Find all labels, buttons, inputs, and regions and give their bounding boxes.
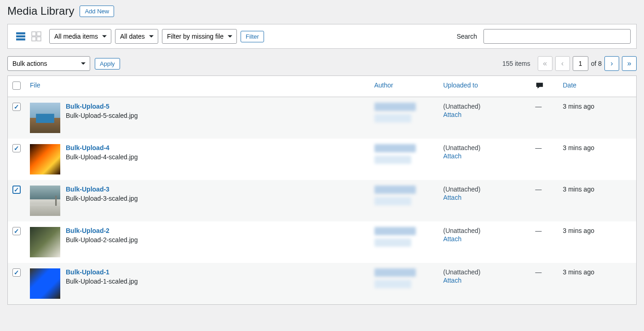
table-row: Bulk-Upload-4Bulk-Upload-4-scaled.jpg(Un… [8,139,637,180]
comments-dash: — [535,268,542,276]
svg-rect-6 [37,37,41,41]
media-thumbnail[interactable] [30,103,60,133]
column-author[interactable]: Author [370,76,439,97]
search-input[interactable] [483,29,631,44]
media-title-link[interactable]: Bulk-Upload-3 [66,186,138,193]
pager-next-button[interactable]: › [604,56,619,71]
media-filename: Bulk-Upload-4-scaled.jpg [66,153,138,161]
comments-dash: — [535,227,542,234]
svg-rect-5 [32,37,36,41]
list-view-icon [16,31,26,41]
media-thumbnail[interactable] [30,186,60,216]
media-filename: Bulk-Upload-5-scaled.jpg [66,112,138,119]
author-redacted [374,238,411,247]
column-comments[interactable] [531,76,558,97]
attach-link[interactable]: Attach [443,194,526,201]
column-uploaded-to[interactable]: Uploaded to [439,76,531,97]
media-title-link[interactable]: Bulk-Upload-2 [66,227,138,234]
pager-current-input[interactable] [573,56,588,71]
search-label: Search [457,33,477,40]
media-type-select[interactable]: All media items [49,29,111,44]
svg-rect-3 [32,32,36,36]
svg-rect-9 [30,144,60,174]
attach-link[interactable]: Attach [443,152,526,160]
uploaded-to-status: (Unattached) [443,103,526,110]
media-filename: Bulk-Upload-3-scaled.jpg [66,195,138,202]
media-thumbnail[interactable] [30,268,60,299]
attach-link[interactable]: Attach [443,277,526,284]
view-grid-button[interactable] [29,29,44,44]
uploaded-to-status: (Unattached) [443,227,526,234]
column-file[interactable]: File [25,76,370,97]
select-all-checkbox[interactable] [12,81,21,90]
svg-rect-14 [30,268,60,299]
table-row: Bulk-Upload-1Bulk-Upload-1-scaled.jpg(Un… [8,263,637,305]
date-cell: 3 mins ago [558,97,637,139]
author-redacted [374,103,416,111]
bulk-actions-select[interactable]: Bulk actions [7,56,90,71]
media-title-link[interactable]: Bulk-Upload-4 [66,144,138,151]
media-filename: Bulk-Upload-1-scaled.jpg [66,278,138,285]
author-redacted [374,186,416,194]
author-redacted [374,280,411,288]
svg-rect-13 [30,227,60,257]
filter-toolbar: All media items All dates Filter by miss… [7,24,637,49]
svg-rect-12 [55,196,57,206]
table-row: Bulk-Upload-2Bulk-Upload-2-scaled.jpg(Un… [8,221,637,263]
view-list-button[interactable] [13,29,28,44]
author-redacted [374,156,411,164]
media-title-link[interactable]: Bulk-Upload-5 [66,103,138,110]
pager-of-text: of 8 [591,60,602,67]
filter-button[interactable]: Filter [241,31,264,42]
pager-last-button[interactable]: » [622,56,637,71]
table-row: Bulk-Upload-5Bulk-Upload-5-scaled.jpg(Un… [8,97,637,139]
date-cell: 3 mins ago [558,139,637,180]
uploaded-to-status: (Unattached) [443,144,526,151]
attach-link[interactable]: Attach [443,235,526,243]
media-title-link[interactable]: Bulk-Upload-1 [66,268,138,276]
author-redacted [374,144,416,152]
author-redacted [374,197,411,205]
pager-prev-button: ‹ [555,56,570,71]
add-new-button[interactable]: Add New [80,6,114,17]
comments-dash: — [535,103,542,110]
comments-dash: — [535,186,542,193]
date-cell: 3 mins ago [558,180,637,221]
row-checkbox[interactable] [12,268,21,277]
apply-button[interactable]: Apply [95,58,120,70]
svg-rect-1 [16,35,25,37]
row-checkbox[interactable] [12,103,21,111]
date-cell: 3 mins ago [558,263,637,305]
row-checkbox[interactable] [12,144,21,152]
author-redacted [374,268,416,277]
svg-rect-4 [37,32,41,36]
grid-view-icon [31,31,41,41]
author-redacted [374,114,411,122]
date-cell: 3 mins ago [558,221,637,263]
page-title: Media Library [7,5,74,17]
comments-dash: — [535,144,542,151]
table-row: Bulk-Upload-3Bulk-Upload-3-scaled.jpg(Un… [8,180,637,221]
author-redacted [374,227,416,235]
media-thumbnail[interactable] [30,144,60,174]
attach-link[interactable]: Attach [443,111,526,118]
items-count: 155 items [502,60,530,67]
media-thumbnail[interactable] [30,227,60,257]
column-date[interactable]: Date [558,76,637,97]
uploaded-to-status: (Unattached) [443,268,526,276]
row-checkbox[interactable] [12,186,21,194]
svg-rect-0 [16,32,25,34]
svg-rect-2 [16,38,25,40]
uploaded-to-status: (Unattached) [443,186,526,193]
media-filename: Bulk-Upload-2-scaled.jpg [66,236,138,244]
dates-select[interactable]: All dates [115,29,158,44]
comments-icon [535,84,544,91]
row-checkbox[interactable] [12,227,21,235]
svg-rect-8 [36,114,54,123]
pager-first-button: « [538,56,552,71]
missing-file-select[interactable]: Filter by missing file [162,29,237,44]
